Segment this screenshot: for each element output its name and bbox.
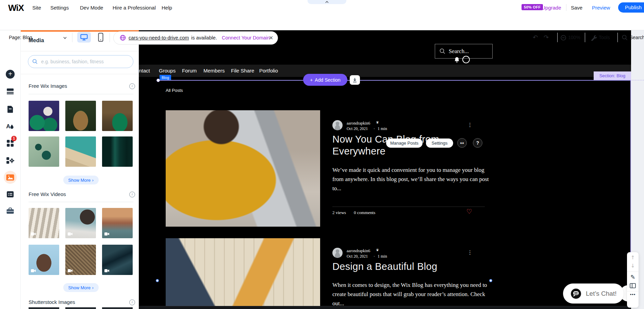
nav-item-members[interactable]: Members — [203, 65, 225, 77]
chevron-down-icon[interactable] — [63, 37, 67, 39]
my-business-button[interactable] — [6, 156, 15, 165]
video-camera-icon — [104, 232, 109, 236]
post-image[interactable] — [166, 238, 320, 309]
media-video-thumbnail[interactable] — [102, 208, 133, 238]
connect-domain-link[interactable]: Connect Your Domain — [222, 35, 270, 40]
stock-thumbnail-edge — [29, 307, 59, 309]
divider — [29, 202, 133, 202]
show-more-videos-button[interactable]: Show More › — [63, 283, 99, 292]
save-button[interactable]: Save — [571, 5, 582, 11]
preview-button[interactable]: Preview — [592, 5, 610, 11]
post-menu-icon[interactable]: ⋮ — [467, 249, 473, 256]
info-icon[interactable]: i — [129, 192, 135, 197]
media-video-thumbnail[interactable] — [65, 208, 96, 238]
author-name[interactable]: aarondrapkin6 — [347, 121, 370, 126]
section-label[interactable]: Section: Blog — [594, 71, 631, 80]
move-down-icon[interactable]: ↓ — [631, 263, 635, 269]
site-pages-button[interactable] — [6, 105, 15, 114]
content-manager-button[interactable] — [6, 190, 15, 199]
post-image[interactable] — [166, 110, 320, 227]
add-section-pill[interactable]: + Add Section — [303, 74, 347, 86]
search-icon — [440, 48, 445, 54]
media-image-thumbnail[interactable] — [65, 101, 96, 131]
comments-count[interactable]: 0 comments — [354, 210, 375, 215]
close-icon[interactable]: × — [269, 34, 273, 41]
media-panel: Media ? × Free Wix Images i Show More › … — [20, 30, 139, 309]
edit-pencil-icon[interactable]: ✎ — [630, 274, 635, 280]
section-handle[interactable] — [156, 79, 160, 82]
media-video-thumbnail[interactable] — [29, 208, 59, 238]
editor-search-button[interactable]: Search — [630, 35, 644, 40]
undo-icon[interactable]: ↶ — [533, 34, 538, 41]
desktop-view-button[interactable] — [77, 32, 91, 43]
info-icon[interactable]: i — [129, 83, 135, 89]
divider — [72, 33, 72, 42]
media-image-thumbnail[interactable] — [102, 136, 133, 167]
media-image-thumbnail[interactable] — [29, 136, 59, 167]
media-video-thumbnail[interactable] — [102, 245, 133, 275]
post-title[interactable]: Design a Beautiful Blog — [332, 261, 536, 273]
menu-dev-mode[interactable]: Dev Mode — [80, 5, 103, 11]
show-more-images-button[interactable]: Show More › — [63, 176, 99, 184]
media-video-thumbnail[interactable] — [29, 245, 59, 275]
save-section-button[interactable] — [350, 75, 360, 85]
like-heart-icon[interactable]: ♡ — [466, 208, 472, 215]
author-avatar[interactable] — [332, 248, 343, 258]
author-name[interactable]: aarondrapkin6 — [347, 248, 370, 254]
video-camera-icon — [68, 232, 72, 236]
widget-handle-left[interactable] — [156, 279, 159, 282]
media-video-thumbnail[interactable] — [65, 245, 96, 275]
mobile-icon[interactable] — [98, 33, 103, 42]
add-section-button[interactable] — [6, 86, 15, 95]
domain-link[interactable]: cars-you-need-to-drive.com — [129, 35, 189, 40]
redo-icon[interactable]: ↷ — [544, 34, 549, 41]
nav-item-file-share[interactable]: File Share — [231, 65, 254, 77]
zoom-level[interactable]: 100% — [568, 35, 580, 40]
more-options-icon[interactable]: ••• — [630, 292, 636, 297]
publish-button[interactable]: Publish — [618, 2, 644, 13]
media-image-thumbnail[interactable] — [29, 101, 59, 131]
menu-help[interactable]: Help — [162, 5, 172, 11]
manage-posts-button[interactable]: Manage Posts — [386, 139, 423, 148]
member-avatar[interactable] — [462, 56, 470, 63]
page-selector-label[interactable]: Page: Blog — [9, 35, 32, 40]
nav-item-portfolio[interactable]: Portfolio — [259, 65, 278, 77]
upgrade-link[interactable]: Upgrade — [542, 5, 561, 11]
section-top-border[interactable] — [160, 80, 631, 81]
media-search-box[interactable] — [28, 55, 133, 68]
add-elements-button[interactable]: + — [6, 70, 15, 79]
media-image-thumbnail[interactable] — [102, 101, 133, 131]
media-button-active[interactable] — [4, 171, 17, 184]
wix-logo[interactable]: WiX — [8, 3, 24, 13]
layout-icon[interactable] — [630, 283, 636, 288]
nav-item-contact[interactable]: Contact — [139, 65, 150, 77]
site-design-button[interactable]: A — [6, 122, 15, 131]
widget-handle-right[interactable] — [489, 279, 492, 282]
stretch-button[interactable]: ↔ — [457, 138, 467, 148]
business-tools-button[interactable] — [6, 206, 15, 215]
move-up-icon[interactable]: ↑ — [631, 255, 635, 261]
tools-button[interactable]: Tools — [599, 35, 610, 40]
post-menu-icon[interactable]: ⋮ — [467, 122, 473, 128]
menu-settings[interactable]: Settings — [50, 5, 69, 11]
help-button[interactable]: ? — [473, 138, 482, 148]
video-camera-icon — [31, 232, 36, 236]
admin-crown-icon: ♛ — [376, 120, 379, 124]
info-icon[interactable]: i — [129, 299, 135, 305]
settings-button[interactable]: Settings — [426, 139, 453, 148]
all-posts-filter[interactable]: All Posts — [166, 88, 183, 93]
briefcase-icon — [6, 207, 14, 214]
search-icon[interactable] — [622, 35, 628, 40]
collapse-toolbar-tab[interactable] — [308, 0, 346, 4]
menu-hire-a-professional[interactable]: Hire a Professional — [113, 5, 156, 11]
notifications-bell-icon[interactable] — [454, 57, 460, 63]
lets-chat-button[interactable]: Let’s Chat! — [563, 283, 624, 304]
nav-item-forum[interactable]: Forum — [182, 65, 197, 77]
media-search-input[interactable] — [40, 59, 127, 65]
author-avatar[interactable] — [332, 120, 343, 130]
media-image-thumbnail[interactable] — [65, 136, 96, 167]
zoom-out-icon[interactable] — [561, 35, 566, 40]
site-canvas[interactable]: Search... Contact Groups Forum Members F… — [139, 30, 631, 309]
plus-icon: + — [310, 77, 313, 83]
menu-site[interactable]: Site — [32, 5, 41, 11]
